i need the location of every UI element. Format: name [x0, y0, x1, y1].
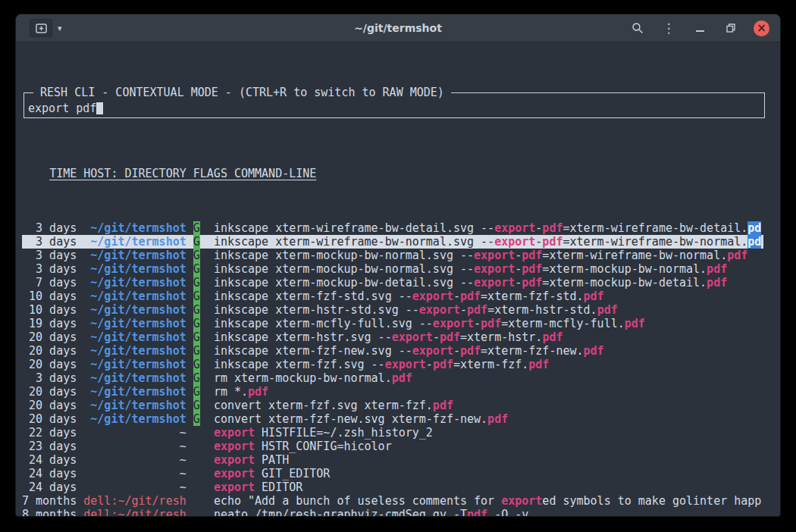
history-header: TIME HOST: DIRECTORY FLAGS COMMAND-LINE: [22, 167, 763, 180]
history-row[interactable]: 3 days ~/git/termshot G inkscape xterm-m…: [22, 249, 763, 262]
history-row[interactable]: 20 days ~/git/termshot G convert xterm-f…: [22, 412, 763, 426]
row-host: ~: [83, 480, 186, 494]
row-flag: G: [193, 330, 200, 344]
cmd-segment: =xterm-fzf.: [453, 358, 528, 371]
gap: [186, 385, 193, 399]
cmd-segment: -: [515, 262, 522, 276]
history-row[interactable]: 20 days ~/git/termshot G inkscape xterm-…: [22, 344, 763, 358]
history-row[interactable]: 22 days ~ export HISTFILE=~/.zsh_history…: [22, 426, 763, 440]
cmd-segment: export: [214, 480, 255, 494]
gap: [186, 426, 193, 440]
history-row[interactable]: 3 days ~/git/termshot G inkscape xterm-w…: [22, 235, 763, 249]
row-time: 20 days: [22, 412, 77, 426]
search-query-input[interactable]: export pdf: [28, 102, 103, 115]
gap: [200, 358, 214, 371]
cmd-segment: pdf: [542, 235, 563, 249]
gap: [77, 221, 83, 235]
gap: [77, 303, 83, 317]
cmd-segment: export: [385, 358, 426, 371]
cmd-segment: inkscape xterm-mockup-bw-normal.svg --: [214, 262, 474, 276]
titlebar-left: ▾: [16, 19, 62, 37]
history-row[interactable]: 20 days ~/git/termshot G convert xterm-f…: [22, 399, 763, 412]
history-row[interactable]: 20 days ~/git/termshot G inkscape xterm-…: [22, 358, 763, 371]
cmd-segment: pdf: [707, 262, 727, 276]
terminal-window: ▾ ~/git/termshot ⋮ × RESH CLI - CO: [15, 14, 781, 517]
row-host: ~/git/termshot: [83, 262, 186, 276]
history-list: 3 days ~/git/termshot G inkscape xterm-w…: [22, 221, 774, 517]
cmd-segment: -O -v: [487, 508, 528, 517]
cmd-segment: HISTFILE=~/.zsh_history_2: [255, 426, 433, 440]
cmd-segment: inkscape xterm-hstr.svg --: [214, 330, 392, 344]
row-flag: G: [193, 289, 200, 303]
row-flag: G: [193, 358, 200, 371]
cmd-segment: export: [494, 221, 535, 235]
row-time: 24 days: [22, 453, 77, 467]
row-flag: G: [193, 385, 200, 399]
history-row[interactable]: 10 days ~/git/termshot G inkscape xterm-…: [22, 289, 763, 303]
gap: [200, 385, 214, 399]
history-row[interactable]: 20 days ~/git/termshot G rm *.pdf: [22, 385, 763, 399]
history-row[interactable]: 7 days ~/git/termshot G inkscape xterm-m…: [22, 276, 763, 289]
gap: [77, 330, 83, 344]
cmd-segment: inkscape xterm-fzf.svg --: [214, 358, 385, 371]
gap: [186, 358, 193, 371]
row-host: ~/git/termshot: [83, 289, 186, 303]
minimize-button[interactable]: [691, 20, 708, 36]
cmd-segment: pdf: [542, 330, 563, 344]
row-host: ~/git/termshot: [83, 358, 186, 371]
row-time: 8 months: [22, 508, 77, 517]
cmd-segment: pdf: [392, 371, 412, 385]
history-row[interactable]: 20 days ~/git/termshot G inkscape xterm-…: [22, 330, 763, 344]
new-tab-button[interactable]: [30, 19, 52, 37]
row-host: ~/git/termshot: [83, 412, 186, 426]
cmd-segment: pdf: [460, 344, 481, 358]
search-box[interactable]: RESH CLI - CONTEXTUAL MODE - (CTRL+R to …: [24, 92, 765, 118]
cmd-segment: export: [214, 453, 255, 467]
gap: [186, 467, 193, 480]
row-flag: G: [193, 371, 200, 385]
cmd-segment: pdf: [522, 249, 542, 262]
row-time: 10 days: [22, 303, 77, 317]
search-icon: [631, 22, 644, 34]
history-row[interactable]: 3 days ~/git/termshot G rm xterm-mockup-…: [22, 371, 763, 385]
row-host: ~/git/termshot: [83, 344, 186, 358]
search-button[interactable]: [629, 20, 646, 36]
history-row[interactable]: 24 days ~ export PATH: [22, 453, 763, 467]
chevron-down-icon[interactable]: ▾: [58, 23, 62, 33]
history-row[interactable]: 8 months dell:~/git/resh neato /tmp/resh…: [22, 508, 763, 517]
row-time: 3 days: [22, 221, 77, 235]
gap: [77, 426, 83, 440]
gap: [186, 344, 193, 358]
titlebar[interactable]: ▾ ~/git/termshot ⋮ ×: [16, 14, 780, 42]
cmd-segment: convert xterm-fzf-new.svg xterm-fzf-new.: [214, 412, 487, 426]
history-row[interactable]: 3 days ~/git/termshot G inkscape xterm-w…: [22, 221, 763, 235]
row-time: 3 days: [22, 371, 77, 385]
history-row[interactable]: 23 days ~ export HSTR_CONFIG=hicolor: [22, 440, 763, 453]
gap: [77, 317, 83, 330]
cmd-segment: pd: [747, 221, 761, 235]
terminal-screen: RESH CLI - CONTEXTUAL MODE - (CTRL+R to …: [16, 42, 780, 516]
cmd-segment: pdf: [707, 276, 727, 289]
history-row[interactable]: 3 days ~/git/termshot G inkscape xterm-m…: [22, 262, 763, 276]
history-row[interactable]: 24 days ~ export EDITOR: [22, 480, 763, 494]
gap: [200, 467, 214, 480]
gap: [77, 235, 83, 249]
cmd-segment: pdf: [522, 262, 542, 276]
cmd-segment: PATH: [255, 453, 289, 467]
gap: [77, 453, 83, 467]
menu-button[interactable]: ⋮: [660, 20, 677, 36]
cmd-segment: export: [474, 276, 515, 289]
history-row[interactable]: 10 days ~/git/termshot G inkscape xterm-…: [22, 303, 763, 317]
kebab-icon: ⋮: [663, 22, 675, 35]
cmd-segment: echo "Add a bunch of useless comments fo…: [214, 494, 501, 508]
cmd-segment: =xterm-wireframe-bw-normal.: [542, 249, 727, 262]
history-row[interactable]: 7 months dell:~/git/resh echo "Add a bun…: [22, 494, 763, 508]
cmd-segment: export: [433, 317, 474, 330]
gap: [186, 330, 193, 344]
row-time: 7 months: [22, 494, 77, 508]
close-button[interactable]: ×: [754, 20, 769, 36]
history-row[interactable]: 24 days ~ export GIT_EDITOR: [22, 467, 763, 480]
history-row[interactable]: 19 days ~/git/termshot G inkscape xterm-…: [22, 317, 763, 330]
restore-button[interactable]: [722, 20, 739, 36]
row-host: ~/git/termshot: [83, 317, 186, 330]
